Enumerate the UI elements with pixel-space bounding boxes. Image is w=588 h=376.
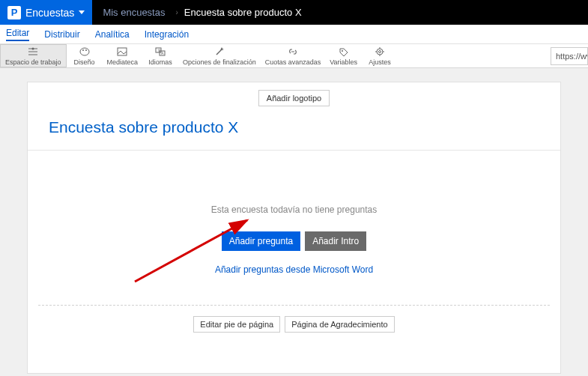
toolbar-label: Espacio de trabajo	[5, 58, 61, 66]
toolbar-design[interactable]: Diseño	[67, 44, 103, 67]
toolbar-label: Ajustes	[369, 58, 391, 66]
toolbar-label: Opciones de finalización	[183, 58, 256, 66]
link-row: Añadir preguntas desde Microsoft Word	[28, 258, 560, 305]
empty-message: Esta encuesta todavía no tiene preguntas	[211, 204, 378, 215]
workspace-icon	[27, 46, 39, 57]
svg-point-13	[342, 50, 343, 52]
toolbar-label: Cuotas avanzadas	[265, 58, 321, 66]
brand-label: Encuestas	[25, 7, 74, 19]
logo-slot: Añadir logotipo	[28, 82, 560, 111]
add-from-word-link[interactable]: Añadir preguntas desde Microsoft Word	[215, 264, 373, 275]
link-icon	[287, 46, 299, 57]
svg-point-3	[32, 47, 34, 49]
toolbar-label: Variables	[330, 58, 357, 66]
toolbar-media[interactable]: Mediateca	[103, 44, 143, 67]
add-intro-button[interactable]: Añadir Intro	[305, 231, 366, 251]
breadcrumb-current: Encuesta sobre producto X	[178, 7, 308, 18]
edit-footer-button[interactable]: Editar pie de página	[193, 316, 280, 333]
thanks-page-button[interactable]: Página de Agradecimiento	[285, 316, 394, 333]
top-navbar: P Encuestas Mis encuestas › Encuesta sob…	[0, 0, 588, 25]
image-icon	[116, 46, 128, 57]
translate-icon: 文A	[154, 46, 166, 57]
toolbar-completion[interactable]: Opciones de finalización	[178, 44, 261, 67]
toolbar-workspace[interactable]: Espacio de trabajo	[0, 44, 67, 67]
survey-title[interactable]: Encuesta sobre producto X	[28, 111, 560, 150]
toolbar-label: Mediateca	[107, 58, 139, 66]
brand-logo-icon: P	[7, 6, 21, 19]
canvas-area: Añadir logotipo Encuesta sobre producto …	[0, 68, 588, 376]
brand-dropdown[interactable]: P Encuestas	[0, 0, 92, 25]
sub-nav: Editar Distribuir Analítica Integración	[0, 25, 588, 44]
tag-icon	[338, 46, 350, 57]
tab-analytics[interactable]: Analítica	[95, 29, 130, 40]
svg-point-14	[377, 49, 383, 55]
toolbar-label: Diseño	[74, 58, 95, 66]
toolbar-settings[interactable]: Ajustes	[362, 44, 398, 67]
gear-icon	[374, 46, 386, 57]
svg-line-12	[216, 49, 222, 55]
tab-edit[interactable]: Editar	[6, 28, 29, 41]
empty-state: Esta encuesta todavía no tiene preguntas	[28, 151, 560, 224]
my-surveys-link[interactable]: Mis encuestas	[92, 7, 175, 18]
add-question-button[interactable]: Añadir pregunta	[222, 231, 300, 251]
svg-text:A: A	[161, 51, 164, 55]
footer-row: Editar pie de página Página de Agradecim…	[28, 306, 560, 343]
toolbar-variables[interactable]: Variables	[325, 44, 362, 67]
toolbar-languages[interactable]: 文A Idiomas	[142, 44, 178, 67]
url-field[interactable]: https://ww	[551, 47, 588, 65]
palette-icon	[79, 46, 91, 57]
tab-distribute[interactable]: Distribuir	[44, 29, 79, 40]
action-row: Añadir pregunta Añadir Intro	[28, 224, 560, 258]
svg-point-4	[80, 48, 89, 55]
wand-icon	[213, 46, 225, 57]
add-logo-button[interactable]: Añadir logotipo	[258, 90, 330, 106]
toolbar-quotas[interactable]: Cuotas avanzadas	[261, 44, 326, 67]
toolbar-label: Idiomas	[148, 58, 172, 66]
svg-point-6	[85, 49, 87, 51]
toolbar: Espacio de trabajo Diseño Mediateca 文A I…	[0, 44, 588, 68]
survey-canvas: Añadir logotipo Encuesta sobre producto …	[27, 82, 561, 374]
svg-rect-7	[118, 48, 127, 55]
svg-point-5	[82, 49, 84, 51]
tab-integration[interactable]: Integración	[145, 29, 189, 40]
svg-point-15	[379, 50, 381, 52]
caret-down-icon	[79, 10, 85, 14]
